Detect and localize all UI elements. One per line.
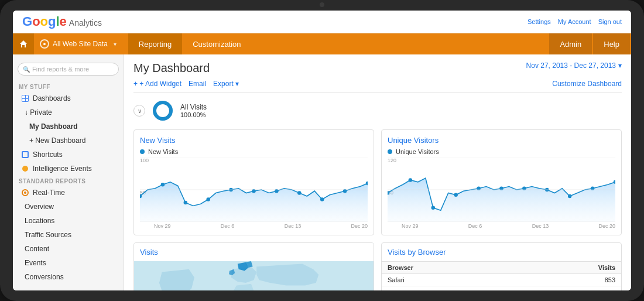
- chart-legend-unique-visitors: Unique Visitors: [388, 148, 615, 155]
- main-content: 🔍 Find reports & more MY STUFF Dashboard…: [13, 54, 631, 290]
- svg-point-4: [184, 201, 187, 205]
- widget-title-unique-visitors[interactable]: Unique Visitors: [388, 136, 615, 145]
- settings-link[interactable]: Settings: [527, 18, 551, 25]
- browser-visits: 853: [517, 274, 621, 286]
- top-links: Settings My Account Sign out: [527, 18, 622, 25]
- email-button[interactable]: Email: [189, 80, 206, 88]
- svg-point-19: [454, 193, 457, 197]
- globe-icon: ●: [40, 39, 49, 49]
- date-range-picker[interactable]: Nov 27, 2013 - Dec 27, 2013 ▾: [526, 61, 622, 70]
- table-row: Safari 853: [382, 274, 621, 286]
- tab-customization[interactable]: Customization: [182, 33, 251, 54]
- widget-unique-visitors: Unique Visitors Unique Visitors 120 60: [381, 129, 622, 235]
- legend-dot-unique-visitors: [388, 149, 392, 154]
- admin-button[interactable]: Admin: [549, 33, 592, 54]
- account-selector[interactable]: ● All Web Site Data ▾: [34, 39, 122, 49]
- sidebar-item-my-dashboard[interactable]: My Dashboard: [13, 119, 124, 134]
- export-button[interactable]: Export ▾: [213, 80, 239, 88]
- sidebar-item-overview[interactable]: Overview: [13, 200, 124, 214]
- content-area: My Dashboard Nov 27, 2013 - Dec 27, 2013…: [124, 54, 631, 290]
- charts-grid: New Visits New Visits 100 50: [133, 129, 622, 290]
- svg-point-3: [161, 183, 165, 187]
- nav-bar: ● All Web Site Data ▾ Reporting Customiz…: [13, 33, 631, 54]
- search-icon: 🔍: [23, 66, 30, 73]
- sidebar-item-events[interactable]: Events: [13, 256, 124, 270]
- svg-point-5: [206, 197, 210, 201]
- tablet-screen: Google Analytics Settings My Account Sig…: [13, 11, 631, 290]
- svg-point-10: [320, 197, 324, 201]
- widget-title-visits[interactable]: Visits: [134, 243, 374, 261]
- logo-text: Google: [22, 14, 67, 29]
- svg-point-9: [297, 191, 301, 195]
- dashboards-icon: [21, 94, 29, 102]
- realtime-icon: [21, 189, 29, 197]
- help-button[interactable]: Help: [593, 33, 630, 54]
- col-browser: Browser: [382, 262, 517, 274]
- browser-table: Browser Visits Safari 853: [382, 261, 621, 286]
- sidebar-item-private[interactable]: ↓ Private: [13, 105, 124, 119]
- x-axis-new-visits: Nov 29 Dec 6 Dec 13 Dec 20: [140, 223, 368, 229]
- widget-title-visits-by-browser[interactable]: Visits by Browser: [382, 243, 621, 261]
- widget-new-visits: New Visits New Visits 100 50: [133, 129, 374, 235]
- camera-icon: [320, 2, 324, 7]
- shortcuts-icon: [21, 150, 29, 159]
- account-dropdown-icon: ▾: [114, 41, 117, 47]
- sidebar-item-realtime[interactable]: Real-Time: [13, 186, 124, 200]
- nav-tabs: Reporting Customization: [128, 33, 252, 54]
- sign-out-link[interactable]: Sign out: [598, 18, 622, 25]
- col-visits: Visits: [517, 262, 621, 274]
- svg-point-18: [431, 206, 435, 210]
- segment-info: All Visits 100.00%: [180, 103, 207, 118]
- content-header: My Dashboard Nov 27, 2013 - Dec 27, 2013…: [133, 61, 622, 75]
- svg-point-1: [155, 102, 171, 119]
- sidebar-item-shortcuts[interactable]: Shortcuts: [13, 148, 124, 162]
- segment-toggle[interactable]: ∨: [133, 105, 145, 117]
- nav-right: Admin Help: [549, 33, 631, 54]
- search-placeholder: Find reports & more: [32, 66, 89, 73]
- widget-visits-by-browser: Visits by Browser Browser Visits Safa: [381, 242, 622, 290]
- add-widget-button[interactable]: + Add Widget: [133, 80, 181, 88]
- my-account-link[interactable]: My Account: [558, 18, 591, 25]
- toolbar: + Add Widget Email Export ▾ Customize Da…: [133, 80, 622, 93]
- tablet-frame: Google Analytics Settings My Account Sig…: [0, 0, 644, 301]
- sidebar-item-locations[interactable]: Locations: [13, 214, 124, 228]
- map-area: [134, 261, 374, 290]
- widget-title-new-visits[interactable]: New Visits: [140, 136, 368, 145]
- section-my-stuff: MY STUFF: [13, 81, 124, 91]
- logo-analytics: Analytics: [69, 18, 102, 28]
- svg-point-17: [409, 178, 412, 182]
- segment-donut-chart: [151, 99, 174, 122]
- tab-reporting[interactable]: Reporting: [128, 33, 182, 54]
- svg-point-24: [568, 194, 571, 199]
- home-button[interactable]: [13, 33, 34, 54]
- x-axis-unique-visitors: Nov 29 Dec 6 Dec 13 Dec 20: [388, 223, 615, 229]
- logo: Google Analytics: [22, 14, 102, 29]
- legend-dot-new-visits: [140, 149, 145, 154]
- intelligence-icon: [21, 165, 29, 173]
- sidebar-item-new-dashboard[interactable]: + New Dashboard: [13, 134, 124, 148]
- account-name: All Web Site Data: [53, 40, 108, 48]
- sidebar-item-conversions[interactable]: Conversions: [13, 270, 124, 284]
- sidebar-item-dashboards[interactable]: Dashboards: [13, 91, 124, 105]
- section-standard-reports: STANDARD REPORTS: [13, 176, 124, 186]
- browser-name: Safari: [382, 274, 517, 286]
- top-bar: Google Analytics Settings My Account Sig…: [13, 11, 631, 33]
- chart-legend-new-visits: New Visits: [140, 148, 368, 155]
- toolbar-left: + Add Widget Email Export ▾: [133, 80, 239, 88]
- segment-row: ∨ All Visits 100.00%: [133, 99, 622, 122]
- sidebar-item-traffic-sources[interactable]: Traffic Sources: [13, 228, 124, 242]
- widget-visits-map: Visits: [133, 242, 374, 290]
- search-box[interactable]: 🔍 Find reports & more: [18, 63, 119, 76]
- page-title: My Dashboard: [133, 61, 210, 75]
- sidebar: 🔍 Find reports & more MY STUFF Dashboard…: [13, 54, 124, 290]
- sidebar-item-intelligence[interactable]: Intelligence Events: [13, 162, 124, 176]
- customize-dashboard-button[interactable]: Customize Dashboard: [552, 80, 622, 88]
- sidebar-item-content[interactable]: Content: [13, 242, 124, 256]
